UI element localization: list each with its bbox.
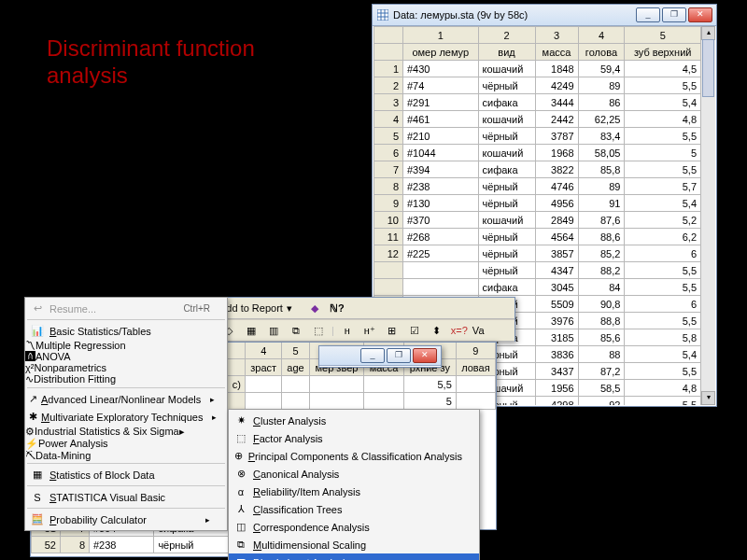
cell[interactable]: 6	[625, 245, 701, 262]
cell[interactable]: 85,2	[578, 245, 625, 262]
menu-item[interactable]: ∿Distribution Fitting	[25, 373, 227, 385]
row-number[interactable]: 2	[374, 77, 403, 94]
scroll-down-arrow[interactable]: ▾	[701, 391, 715, 405]
scroll-up-arrow[interactable]: ▴	[701, 26, 715, 40]
scroll-thumb[interactable]	[702, 39, 714, 97]
cell[interactable]: 85,8	[578, 161, 625, 178]
cell[interactable]: 5,2	[625, 212, 701, 229]
row-number[interactable]: 12	[374, 245, 403, 262]
row-number[interactable]: 6	[374, 145, 403, 161]
cell[interactable]: 4,5	[625, 61, 701, 77]
row-number[interactable]: 3	[374, 94, 403, 111]
cell[interactable]: #268	[403, 229, 479, 245]
menu-item[interactable]: ▦Statistics of Block Data	[25, 466, 227, 483]
submenu-item[interactable]: ✷Cluster Analysis	[229, 412, 479, 429]
cell[interactable]: 5,5	[625, 262, 701, 279]
cell[interactable]: #430	[403, 61, 479, 77]
restore-button[interactable]: ❐	[662, 7, 686, 22]
menu-item[interactable]: ↗Advanced Linear/Nonlinear Models▸	[25, 390, 227, 408]
cell[interactable]: 3045	[535, 279, 578, 296]
tool-icon-8[interactable]: ⊞	[383, 321, 402, 340]
row-number[interactable]: 10	[374, 212, 403, 229]
menu-item[interactable]: 🧮Probability Calculator▸	[25, 511, 227, 528]
column-number[interactable]: 4	[578, 27, 625, 44]
cell[interactable]: чёрный	[478, 229, 535, 245]
cell[interactable]: #238	[403, 178, 479, 195]
row-number[interactable]: 1	[374, 61, 403, 77]
cell[interactable]: 88,2	[578, 262, 625, 279]
cell[interactable]: 3787	[535, 128, 578, 145]
column-header[interactable]: зуб верхний	[625, 44, 701, 61]
cell[interactable]: 5,4	[625, 346, 701, 363]
menu-item[interactable]: ⚙Industrial Statistics & Six Sigma▸	[25, 426, 227, 438]
submenu-item[interactable]: ⊗Canonical Analysis	[229, 465, 479, 483]
cell[interactable]: чёрный	[478, 262, 535, 279]
cell[interactable]: 3822	[535, 161, 578, 178]
cell[interactable]: 4347	[535, 262, 578, 279]
cell[interactable]: 5,4	[625, 195, 701, 212]
submenu-item[interactable]: ⊕Principal Components & Classification A…	[229, 447, 479, 465]
cell[interactable]: 5,5	[625, 363, 701, 380]
cell[interactable]: 88,6	[578, 229, 625, 245]
cell[interactable]: 3836	[535, 346, 578, 363]
cell[interactable]: 5,5	[625, 313, 701, 329]
menu-item[interactable]: 🅰ANOVA	[25, 351, 227, 362]
cell[interactable]: 91	[578, 195, 625, 212]
inner-close-button[interactable]: ✕	[413, 348, 437, 363]
inner-restore-button[interactable]: ❐	[387, 348, 411, 363]
cell[interactable]: 5	[625, 145, 701, 161]
cell[interactable]: 87,6	[578, 212, 625, 229]
cell[interactable]: кошачий	[478, 145, 535, 161]
cell[interactable]: 3976	[535, 313, 578, 329]
tool-icon-3[interactable]: ▥	[264, 321, 283, 340]
inner-min-button[interactable]: _	[360, 348, 385, 363]
cell[interactable]: 5,4	[625, 94, 701, 111]
submenu-item[interactable]: αReliability/Item Analysis	[229, 483, 479, 500]
menu-item[interactable]: SSTATISTICA Visual Basic	[25, 488, 227, 506]
row-number[interactable]: 7	[374, 161, 403, 178]
cell[interactable]: 5,5	[625, 161, 701, 178]
cell[interactable]: 4746	[535, 178, 578, 195]
cell[interactable]: 4956	[535, 195, 578, 212]
cell[interactable]: 4,8	[625, 111, 701, 128]
cell[interactable]: #291	[403, 94, 479, 111]
cell[interactable]: 62,25	[578, 111, 625, 128]
column-number[interactable]: 4	[246, 343, 282, 359]
cell[interactable]: 89	[578, 77, 625, 94]
column-header[interactable]: ловая	[456, 359, 495, 376]
cell[interactable]: #210	[403, 128, 479, 145]
cell[interactable]: 5,5	[625, 397, 701, 406]
cell[interactable]: #130	[403, 195, 479, 212]
tool-icon-10[interactable]: ⬍	[428, 321, 446, 340]
cell[interactable]: 2849	[535, 212, 578, 229]
row-number[interactable]: 8	[374, 178, 403, 195]
menu-item[interactable]: ⛏Data-Mining	[25, 450, 227, 461]
menu-item[interactable]: 📊Basic Statistics/Tables	[25, 322, 227, 340]
inner-cell[interactable]: 5,5	[403, 376, 456, 393]
menu-item[interactable]: 〽Multiple Regression	[25, 340, 227, 351]
column-header[interactable]: age	[282, 359, 309, 376]
row-number[interactable]	[374, 262, 403, 279]
cell[interactable]: #461	[403, 111, 479, 128]
cell[interactable]: чёрный	[478, 245, 535, 262]
column-number[interactable]: 2	[478, 27, 535, 44]
cell[interactable]: 4249	[535, 77, 578, 94]
column-header[interactable]: омер лемур	[403, 44, 479, 61]
cell[interactable]: 4564	[535, 229, 578, 245]
close-button[interactable]: ✕	[688, 7, 712, 22]
cell[interactable]: кошачий	[478, 212, 535, 229]
cell[interactable]: 5,7	[625, 178, 701, 195]
add-to-report-button[interactable]: Add to Report	[219, 302, 283, 314]
inner-cell[interactable]: 5	[403, 393, 456, 410]
minimize-button[interactable]: _	[636, 7, 660, 22]
cell[interactable]: чёрный	[478, 178, 535, 195]
menu-item-resume[interactable]: ↩Resume...Ctrl+R	[25, 300, 227, 317]
column-header[interactable]: зраст	[246, 359, 282, 376]
cell[interactable]: #238	[90, 537, 154, 553]
cell[interactable]: 3444	[535, 94, 578, 111]
tool-icon-7[interactable]: н⁺	[360, 321, 379, 340]
cell[interactable]: 87,2	[578, 363, 625, 380]
submenu-item[interactable]: ◫Correspondence Analysis	[229, 518, 479, 536]
dropdown-arrow-icon[interactable]: ▾	[287, 302, 292, 315]
cell[interactable]: чёрный	[478, 77, 535, 94]
